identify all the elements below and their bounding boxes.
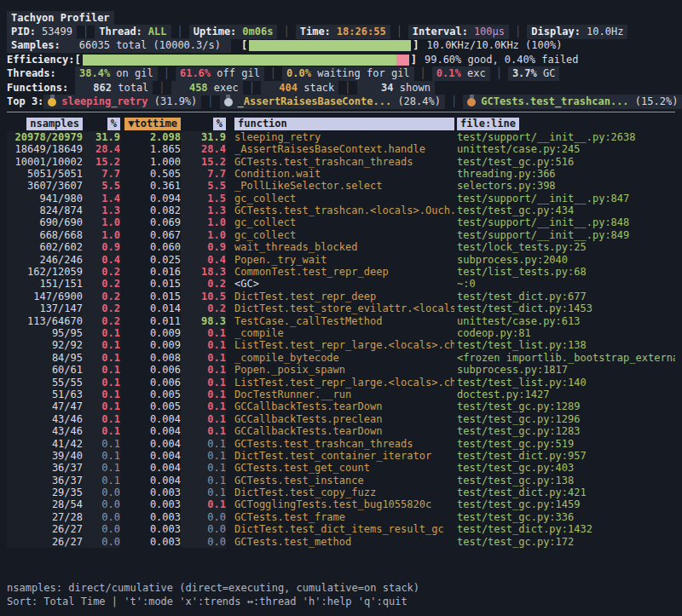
tottime-cell: 0.067: [120, 229, 181, 241]
footer-legend: nsamples: direct/cumulative (direct=exec…: [7, 581, 675, 595]
cumulative-pct-cell: 0.0: [181, 523, 226, 535]
tottime-cell: 0.003: [120, 498, 181, 510]
col-header-function[interactable]: function: [234, 118, 454, 130]
display-field: Display:10.0Hz: [527, 25, 627, 39]
separator: │: [264, 67, 282, 80]
table-row: 41/420.10.0040.1GCTests.test_trashcan_th…: [7, 438, 675, 450]
title-line: Tachyon Profiler: [7, 11, 675, 25]
file-line-cell: test/test_gc.py:434: [457, 204, 675, 216]
col-header-cumulative-pct[interactable]: %: [181, 118, 226, 130]
samples-bar-open: [: [241, 39, 247, 52]
tottime-cell: 0.069: [120, 216, 181, 228]
separator: │: [171, 26, 189, 38]
uptime-field: Uptime:0m06s: [189, 25, 278, 39]
thread-stat-segment: 61.6% off gil: [176, 66, 264, 81]
interval-value: 100μs: [474, 26, 505, 38]
tottime-cell: 2.098: [120, 131, 181, 143]
nsamples-cell: 26/27: [7, 523, 83, 535]
tottime-cell: 1.000: [120, 156, 181, 168]
cumulative-pct-cell: 1.3: [181, 204, 226, 216]
nsamples-cell: 55/55: [7, 377, 83, 389]
function-stat-segment: 404 stack: [261, 81, 338, 95]
function-cell: GCTogglingTests.test_bug1055820c: [234, 498, 454, 510]
direct-pct-cell: 0.1: [83, 352, 120, 364]
nsamples-cell: 36/37: [7, 462, 83, 474]
function-cell: DocTestRunner.__run: [234, 389, 454, 400]
tottime-cell: 0.003: [120, 536, 181, 548]
direct-pct-cell: 0.1: [83, 462, 120, 474]
table-body: 20978/2097931.92.09831.9sleeping_retryte…: [7, 131, 675, 548]
direct-pct-cell: 0.1: [83, 400, 120, 412]
function-cell: Popen._try_wait: [234, 254, 454, 266]
table-row: 137/1470.20.0140.2DictTest.test_store_ev…: [7, 302, 675, 314]
nsamples-cell: 602/602: [7, 241, 83, 253]
col-header-tottime-sorted[interactable]: ▼tottime: [120, 118, 181, 130]
function-cell: GCTests.test_trashcan_threads: [234, 156, 454, 168]
nsamples-cell: 84/95: [7, 352, 83, 364]
time-label: Time:: [300, 26, 331, 38]
table-row: 941/9801.40.0941.5gc_collecttest/support…: [7, 193, 675, 204]
tottime-cell: 0.009: [120, 327, 181, 339]
tottime-cell: 0.009: [120, 339, 181, 351]
app-title: Tachyon Profiler: [7, 11, 114, 26]
silver-medal-icon: [224, 98, 233, 107]
table-row: 36/370.10.0040.1GCTests.test_get_countte…: [7, 462, 675, 474]
function-cell: DictTest.test_store_evilattr.<locals...: [234, 302, 454, 314]
function-cell: GCTests.test_frame: [234, 511, 454, 523]
separator: │: [201, 95, 219, 108]
direct-pct-cell: 0.1: [83, 475, 120, 486]
direct-pct-cell: 31.9: [83, 131, 120, 143]
file-line-cell: test/test_list.py:140: [457, 377, 675, 389]
function-stat-value: 34: [361, 82, 394, 95]
samples-label: Samples:: [11, 39, 61, 52]
direct-pct-cell: 1.4: [83, 193, 120, 204]
display-value: 10.0Hz: [587, 26, 623, 38]
col-header-file-line[interactable]: file:line: [457, 118, 675, 130]
tottime-cell: 0.005: [120, 400, 181, 412]
direct-pct-cell: 0.2: [83, 291, 120, 302]
nsamples-cell: 29/35: [7, 486, 83, 498]
table-row: 668/6681.00.0671.0gc_collecttest/support…: [7, 229, 675, 241]
tottime-cell: 0.008: [120, 352, 181, 364]
direct-pct-cell: 28.4: [83, 143, 120, 155]
pid-value: 53499: [42, 26, 72, 38]
separator: │: [338, 82, 356, 95]
nsamples-cell: 60/61: [7, 364, 83, 376]
cumulative-pct-cell: 1.0: [181, 216, 226, 228]
top3-share: (15.2%): [629, 95, 679, 108]
direct-pct-cell: 0.1: [83, 377, 120, 389]
thread-stat-text: GC: [537, 67, 556, 80]
separator: │: [445, 95, 463, 108]
col-header-direct-pct[interactable]: %: [83, 118, 120, 130]
table-row: 3607/36075.50.3615.5_PollLikeSelector.se…: [7, 180, 675, 192]
uptime-value: 0m06s: [242, 26, 273, 38]
cumulative-pct-cell: 0.1: [181, 498, 226, 510]
function-stat-value: 862: [79, 82, 112, 95]
tottime-cell: 0.004: [120, 475, 181, 486]
separator: │: [277, 26, 295, 38]
tottime-cell: 0.060: [120, 241, 181, 253]
nsamples-cell: 10001/10002: [7, 156, 83, 168]
display-label: Display:: [531, 26, 581, 38]
nsamples-cell: 20978/20979: [7, 131, 83, 143]
thread-stat-text: on gil: [110, 67, 153, 80]
cumulative-pct-cell: 0.1: [181, 400, 226, 412]
function-cell: _compile_bytecode: [234, 352, 454, 364]
top3-share: (28.4%): [391, 95, 441, 108]
thread-field[interactable]: Thread:ALL: [95, 25, 170, 39]
cumulative-pct-cell: 0.4: [181, 254, 226, 266]
file-line-cell: doctest.py:1427: [457, 389, 675, 400]
functions-line: Functions:862 total│458 exec│404 stack│3…: [7, 81, 675, 95]
table-row: 113/646700.20.01198.3TestCase._callTestM…: [7, 315, 675, 327]
nsamples-cell: 941/980: [7, 193, 83, 204]
direct-pct-cell: 0.2: [83, 302, 120, 314]
cumulative-pct-cell: 0.2: [181, 302, 226, 314]
table-row: 39/400.10.0040.1DictTest.test_container_…: [7, 450, 675, 462]
cumulative-pct-cell: 0.0: [181, 511, 226, 523]
file-line-cell: test/test_dict.py:1453: [457, 302, 675, 314]
file-line-cell: test/test_gc.py:403: [457, 462, 675, 474]
table-row: 60/610.10.0060.1Popen._posix_spawnsubpro…: [7, 364, 675, 376]
thread-stat-value: 3.7%: [512, 67, 537, 80]
col-header-nsamples[interactable]: nsamples: [7, 118, 83, 130]
functions-label: Functions:: [7, 82, 75, 95]
